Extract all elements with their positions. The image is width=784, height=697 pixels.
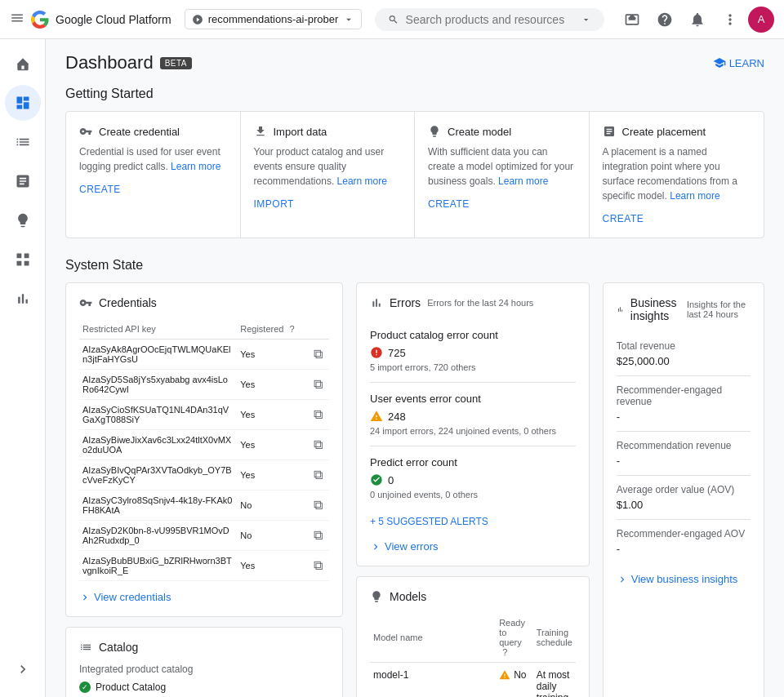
gs-action-model[interactable]: CREATE [428,198,576,210]
page-header: Dashboard BETA LEARN [65,52,764,73]
copy-cell[interactable]: ⧉ [310,430,329,460]
search-icon [388,13,399,26]
col-api-key: Restricted API key [79,319,237,340]
sidebar-item-list[interactable] [5,124,41,160]
registered-cell: Yes [237,370,310,400]
api-key-cell: AIzaSyAk8AgrOOcEjqTWLMQUaKEln3jtFaHYGsU [79,340,237,370]
copy-cell[interactable]: ⧉ [310,521,329,551]
gs-card-placement: Create placement A placement is a named … [590,112,764,238]
insight-value: - [617,455,751,467]
arrow-right-icon2 [370,541,381,553]
import-icon [254,125,267,138]
catalog-header: Catalog [79,641,329,654]
insight-value: $25,000.00 [617,355,751,367]
insight-value: $1.00 [617,499,751,511]
error-detail: 24 import errors, 224 unjoined events, 0… [370,426,576,436]
error-count: 0 [370,473,576,486]
model-schedule-cell: At most daily training [533,663,576,698]
error-title: User events error count [370,393,576,405]
insight-item: Recommender-engaged revenue - [617,376,751,432]
insights-list: Total revenue $25,000.00 Recommender-eng… [617,332,751,563]
sidebar-item-expand[interactable] [5,651,41,687]
errors-chart-icon [370,296,383,309]
project-selector[interactable]: recommendations-ai-prober [185,9,363,29]
gs-learn-link-model[interactable]: Learn more [498,175,548,187]
sidebar-item-chart[interactable] [5,163,41,199]
ready-help-icon[interactable]: ? [502,647,507,657]
models-table: Model name Ready to query ? Training sch… [370,613,576,697]
getting-started-section: Getting Started Create credential Creden… [65,87,764,238]
api-key-cell: AIzaSyBubBUBxiG_bZRlRHworn3BTvgnIkoiR_E [79,551,237,581]
learn-label: LEARN [729,57,764,69]
col-schedule: Training schedule [533,613,576,663]
gs-desc-credential: Credential is used for user event loggin… [79,144,227,174]
sidebar-item-home[interactable] [5,46,41,82]
error-detail: 5 import errors, 720 others [370,362,576,372]
copy-cell[interactable]: ⧉ [310,460,329,491]
gs-learn-link-import[interactable]: Learn more [337,175,387,187]
model-ready-cell: No [496,663,533,698]
gs-learn-link-placement[interactable]: Learn more [670,190,719,202]
help-icon[interactable] [650,5,679,34]
registered-help-icon[interactable]: ? [289,324,294,334]
table-row: AIzaSyD5Sa8jYs5xyababg avx4isLoRo642CywI… [79,370,329,400]
sidebar-item-lightbulb[interactable] [5,202,41,238]
view-insights-link[interactable]: View business insights [617,573,751,585]
registered-cell: No [237,491,310,521]
view-errors-link[interactable]: View errors [370,540,576,553]
insights-icon [617,303,624,316]
table-row: model-1 No At most daily training [370,663,576,698]
learn-button[interactable]: LEARN [713,56,764,69]
credentials-title: Credentials [99,296,157,309]
insight-item: Recommender-engaged AOV - [617,520,751,563]
insight-label: Average order value (AOV) [617,484,751,495]
error-item: User events error count 248 24 import er… [370,383,576,446]
registered-cell: Yes [237,430,310,460]
page-title-wrap: Dashboard BETA [65,52,192,73]
business-insights-card: Business insights Insights for the last … [603,282,764,697]
getting-started-title: Getting Started [65,87,764,101]
terminal-icon[interactable] [617,5,647,34]
table-row: AIzaSyBiweJixXav6c3Lxx24tltX0vMXo2duUOA … [79,430,329,460]
suggested-alerts-link[interactable]: + 5 SUGGESTED ALERTS [370,509,576,534]
credentials-card: Credentials Restricted API key Registere… [65,282,343,617]
gs-action-placement[interactable]: CREATE [603,213,751,224]
registered-cell: Yes [237,551,310,581]
main-content: Dashboard BETA LEARN Getting Started Cre… [46,39,784,697]
arrow-right-icon3 [617,574,628,585]
search-bar[interactable] [375,8,604,31]
insight-label: Recommender-engaged AOV [617,528,751,539]
gs-action-credential[interactable]: CREATE [79,184,227,195]
gs-action-import[interactable]: IMPORT [254,198,402,210]
errors-title: Errors [390,296,421,309]
copy-cell[interactable]: ⧉ [310,370,329,400]
menu-icon[interactable] [10,11,24,28]
sidebar-item-dashboard[interactable] [5,85,41,121]
api-key-cell: AIzaSyCioSfKSUaTQ1NL4DAn31qVGaXgT088SiY [79,400,237,430]
notifications-icon[interactable] [683,5,712,34]
gs-desc-import: Your product catalog and user events ens… [254,144,402,189]
search-input[interactable] [406,13,574,26]
more-icon[interactable] [715,5,745,34]
copy-cell[interactable]: ⧉ [310,340,329,370]
sidebar-item-grid[interactable] [5,242,41,277]
copy-cell[interactable]: ⧉ [310,551,329,581]
view-credentials-link[interactable]: View credentials [79,591,329,603]
api-key-cell: AIzaSyBIvQqPAr3XVTaOdkyb_OY7BcVveFzKyCY [79,460,237,491]
copy-cell[interactable]: ⧉ [310,400,329,430]
sidebar-item-bar-chart[interactable] [5,281,41,317]
gs-card-title-model: Create model [428,125,576,138]
project-name: recommendations-ai-prober [208,13,339,25]
insight-label: Recommender-engaged revenue [617,384,751,407]
errors-subtitle: Errors for the last 24 hours [427,298,533,308]
gs-card-credential: Create credential Credential is used for… [66,112,241,238]
copy-cell[interactable]: ⧉ [310,491,329,521]
table-row: AIzaSyAk8AgrOOcEjqTWLMQUaKEln3jtFaHYGsU … [79,340,329,370]
catalog-subtitle: Integrated product catalog [79,664,329,675]
key-icon [79,125,92,138]
catalog-title: Catalog [99,641,138,654]
gs-learn-link-credential[interactable]: Learn more [171,161,220,172]
catalog-item: ✓ Product Catalog [79,681,329,693]
avatar[interactable]: A [748,7,774,33]
table-row: AIzaSyBIvQqPAr3XVTaOdkyb_OY7BcVveFzKyCY … [79,460,329,491]
